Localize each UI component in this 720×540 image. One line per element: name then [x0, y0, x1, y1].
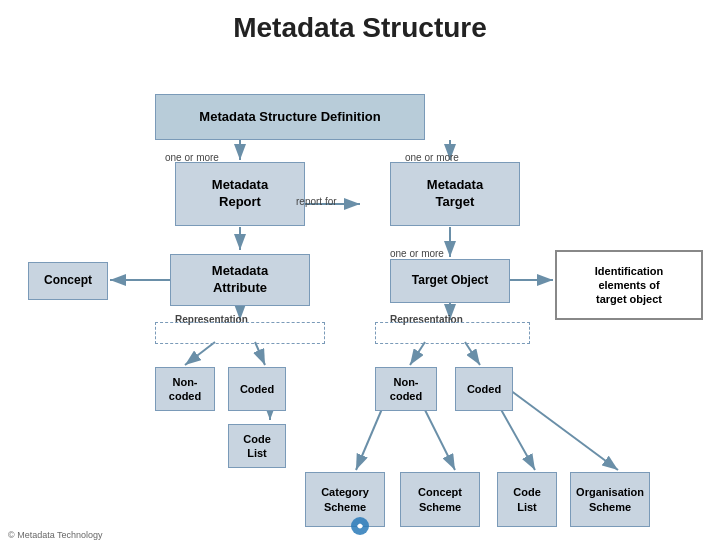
copyright-text: © Metadata Technology: [8, 530, 103, 540]
representation-right-box: [375, 322, 530, 344]
non-coded-left-box: Non- coded: [155, 367, 215, 411]
target-object-box: Target Object: [390, 259, 510, 303]
representation-left-box: [155, 322, 325, 344]
page-title: Metadata Structure: [0, 0, 720, 52]
label-one-or-more-target: one or more: [390, 248, 444, 259]
concept-box: Concept: [28, 262, 108, 300]
svg-line-10: [185, 342, 215, 365]
metadata-target-box: Metadata Target: [390, 162, 520, 226]
svg-line-20: [510, 390, 618, 470]
metadata-report-box: Metadata Report: [175, 162, 305, 226]
concept-scheme-box: Concept Scheme: [400, 472, 480, 527]
coded-left-box: Coded: [228, 367, 286, 411]
report-for-label: report for: [296, 196, 337, 207]
code-list-left-box: Code List: [228, 424, 286, 468]
metadata-attribute-box: Metadata Attribute: [170, 254, 310, 306]
svg-line-11: [255, 342, 265, 365]
coded-right-box: Coded: [455, 367, 513, 411]
msd-box: Metadata Structure Definition: [155, 94, 425, 140]
non-coded-right-box: Non- coded: [375, 367, 437, 411]
identification-box: Identification elements of target object: [555, 250, 703, 320]
svg-line-16: [465, 342, 480, 365]
code-list-right-box: Code List: [497, 472, 557, 527]
category-scheme-box: Category Scheme: [305, 472, 385, 527]
logo-icon: [350, 516, 370, 536]
organisation-scheme-box: Organisation Scheme: [570, 472, 650, 527]
svg-line-15: [410, 342, 425, 365]
